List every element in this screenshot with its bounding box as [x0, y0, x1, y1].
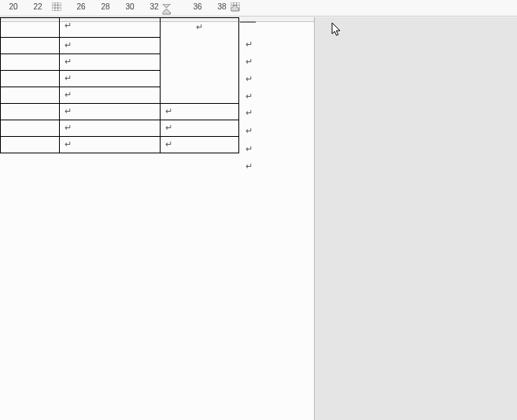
- paragraph-mark-icon: ↵: [60, 120, 72, 134]
- table-cell[interactable]: ↵: [161, 137, 239, 153]
- svg-marker-12: [231, 5, 239, 11]
- ruler-tick: 20: [9, 2, 17, 11]
- ruler-tick: 38: [217, 2, 226, 11]
- ruler-tick: 32: [150, 2, 158, 11]
- table-cell[interactable]: [1, 38, 60, 54]
- table-cell[interactable]: ↵: [60, 38, 161, 54]
- table-cell[interactable]: ↵: [161, 18, 239, 104]
- table-cell[interactable]: [1, 137, 60, 153]
- ruler-tick: 22: [33, 2, 42, 11]
- paragraph-mark-icon: ↵: [246, 161, 253, 171]
- paragraph-mark-icon: ↵: [246, 91, 253, 101]
- ruler-tick: 30: [125, 2, 134, 11]
- workspace-background: [315, 17, 517, 420]
- table-cell[interactable]: ↵: [60, 137, 161, 153]
- paragraph-mark-icon: ↵: [246, 108, 253, 118]
- table-cell[interactable]: [1, 120, 60, 137]
- table-cell[interactable]: [1, 87, 60, 104]
- paragraph-mark-icon: ↵: [246, 57, 253, 67]
- paragraph-mark-icon: ↵: [60, 71, 72, 85]
- paragraph-mark-icon: ↵: [60, 104, 72, 118]
- document-table[interactable]: ↵↵↵↵↵↵↵↵↵↵↵↵: [0, 17, 239, 153]
- table-row[interactable]: ↵↵: [1, 137, 239, 153]
- svg-marker-10: [163, 4, 171, 8]
- paragraph-mark-icon: ↵: [246, 144, 253, 154]
- ruler-tick: 28: [101, 2, 109, 11]
- paragraph-mark-icon: ↵: [246, 39, 253, 50]
- table-cell[interactable]: ↵: [60, 71, 161, 87]
- ruler-tick: 36: [193, 2, 201, 11]
- indent-marker-left-icon[interactable]: [163, 4, 172, 15]
- svg-marker-11: [163, 9, 171, 14]
- table-cell[interactable]: ↵: [60, 87, 161, 104]
- table-cell[interactable]: [1, 18, 60, 38]
- table-cell[interactable]: ↵: [60, 104, 161, 120]
- table-cell[interactable]: ↵: [60, 18, 161, 38]
- table-cell[interactable]: ↵: [60, 54, 161, 71]
- page-corner-mark: [240, 21, 256, 23]
- table-row[interactable]: ↵↵: [1, 120, 239, 137]
- paragraph-mark-icon: ↵: [161, 18, 238, 34]
- table-cell[interactable]: ↵: [161, 120, 239, 137]
- document-table-body: ↵↵↵↵↵↵↵↵↵↵↵↵: [1, 18, 239, 153]
- table-row[interactable]: ↵↵: [1, 104, 239, 120]
- paragraph-mark-icon: ↵: [246, 74, 253, 84]
- table-cell[interactable]: [1, 104, 60, 120]
- horizontal-ruler[interactable]: 2022262830323638: [0, 0, 517, 17]
- ruler-tick: 26: [76, 2, 85, 11]
- paragraph-mark-icon: ↵: [246, 126, 253, 136]
- paragraph-mark-icon: ↵: [60, 137, 72, 151]
- table-cell[interactable]: ↵: [60, 120, 161, 137]
- paragraph-mark-icon: ↵: [161, 104, 172, 118]
- table-cell[interactable]: [1, 54, 60, 71]
- table-cell[interactable]: [1, 71, 60, 87]
- paragraph-mark-icon: ↵: [161, 137, 172, 151]
- paragraph-mark-icon: ↵: [161, 120, 172, 134]
- svg-rect-0: [53, 2, 61, 11]
- paragraph-mark-icon: ↵: [60, 38, 72, 52]
- indent-marker-right-icon[interactable]: [231, 5, 240, 14]
- ruler-column-marker-icon[interactable]: [53, 2, 61, 11]
- table-row[interactable]: ↵↵: [1, 18, 239, 38]
- paragraph-mark-icon: ↵: [60, 54, 72, 68]
- paragraph-mark-icon: ↵: [60, 87, 72, 101]
- paragraph-mark-icon: ↵: [60, 18, 72, 32]
- table-cell[interactable]: ↵: [161, 104, 239, 120]
